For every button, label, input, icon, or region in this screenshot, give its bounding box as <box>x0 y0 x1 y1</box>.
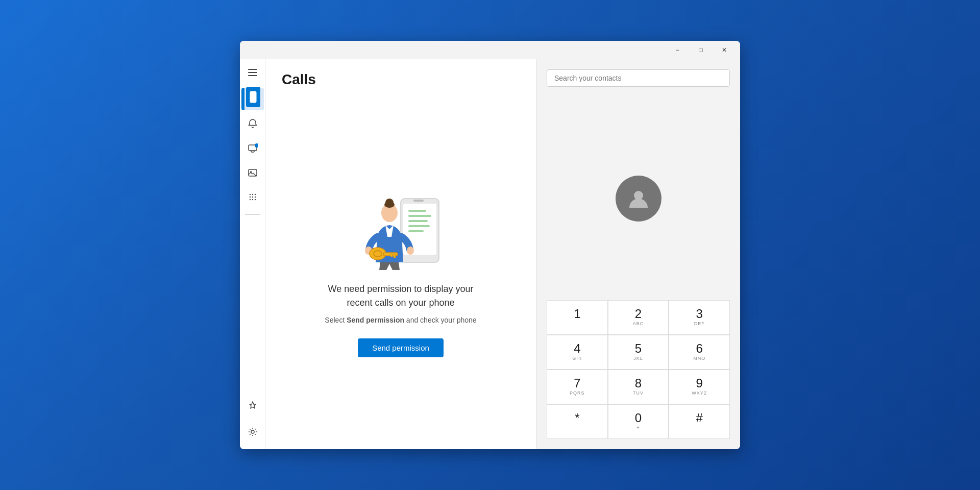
search-input[interactable] <box>547 69 730 87</box>
dial-digit: 8 <box>635 377 642 389</box>
permission-illustration <box>355 188 447 270</box>
svg-rect-21 <box>408 230 424 232</box>
svg-point-27 <box>407 247 414 255</box>
dial-letters: JKL <box>633 356 643 362</box>
app-window: − □ ✕ <box>240 41 740 449</box>
maximize-button[interactable]: □ <box>689 41 713 59</box>
dial-key-2[interactable]: 2ABC <box>608 301 669 334</box>
dialpad-icon <box>248 192 258 202</box>
send-permission-button[interactable]: Send permission <box>358 338 444 357</box>
minimize-button[interactable]: − <box>666 41 689 59</box>
dial-digit: 7 <box>574 377 580 389</box>
sidebar-item-calls[interactable] <box>241 186 264 208</box>
dial-key-6[interactable]: 6MNO <box>669 335 729 369</box>
dial-letters: + <box>636 425 640 431</box>
hamburger-button[interactable] <box>243 63 262 82</box>
dial-letters: PQRS <box>570 390 585 397</box>
dial-key-4[interactable]: 4GHI <box>547 335 607 369</box>
svg-point-10 <box>254 197 255 198</box>
phone-device-icon <box>250 91 257 103</box>
dial-digit: 2 <box>635 308 642 320</box>
dial-letters: WXYZ <box>692 390 707 397</box>
svg-point-5 <box>249 194 250 195</box>
sidebar-bottom <box>241 394 264 449</box>
dialpad: 12ABC3DEF4GHI5JKL6MNO7PQRS8TUV9WXYZ*0+# <box>547 300 730 439</box>
svg-rect-0 <box>250 91 256 103</box>
sidebar-item-pin[interactable] <box>241 394 264 416</box>
svg-point-12 <box>252 199 253 200</box>
pin-icon <box>248 401 257 410</box>
dial-key-5[interactable]: 5JKL <box>608 335 669 369</box>
svg-rect-18 <box>408 215 431 217</box>
sidebar-item-phone[interactable] <box>241 88 264 110</box>
permission-sub-suffix: and check your phone <box>404 316 477 324</box>
dial-digit: # <box>696 412 702 424</box>
calls-header: Calls <box>265 59 536 96</box>
close-button[interactable]: ✕ <box>713 41 736 59</box>
dial-letters: ABC <box>633 321 644 327</box>
svg-rect-32 <box>390 254 393 257</box>
dial-key-8[interactable]: 8TUV <box>608 370 669 404</box>
hamburger-line-3 <box>248 75 257 76</box>
sidebar-item-messages[interactable] <box>241 137 264 159</box>
phone-icon <box>246 87 260 107</box>
person-icon <box>626 186 651 211</box>
dial-key-0[interactable]: 0+ <box>608 405 669 438</box>
hamburger-line-2 <box>248 72 257 73</box>
svg-rect-22 <box>413 200 424 202</box>
sidebar-item-photos[interactable] <box>241 161 264 184</box>
dial-digit: 4 <box>574 342 580 355</box>
dial-key-7[interactable]: 7PQRS <box>547 370 607 404</box>
gear-icon <box>248 427 258 437</box>
svg-rect-31 <box>394 254 396 258</box>
svg-point-7 <box>254 194 255 195</box>
illustration-svg <box>355 188 447 270</box>
svg-point-8 <box>249 197 250 198</box>
dial-key-9[interactable]: 9WXYZ <box>669 370 729 404</box>
window-controls: − □ ✕ <box>666 41 736 59</box>
dial-letters: GHI <box>572 356 582 362</box>
avatar <box>616 176 662 222</box>
dial-letters: DEF <box>694 321 705 327</box>
dial-key-3[interactable]: 3DEF <box>669 301 729 334</box>
page-title: Calls <box>282 71 520 88</box>
sidebar <box>240 59 265 449</box>
dial-key-#[interactable]: # <box>669 405 729 438</box>
sidebar-item-notifications[interactable] <box>241 112 264 135</box>
svg-point-9 <box>252 197 253 198</box>
permission-sub-bold: Send permission <box>347 316 404 324</box>
calls-body: We need permission to display your recen… <box>265 96 536 449</box>
bell-icon <box>248 118 258 129</box>
svg-rect-19 <box>408 220 428 222</box>
dial-digit: 0 <box>635 412 642 424</box>
svg-point-14 <box>251 430 254 433</box>
dial-key-*[interactable]: * <box>547 405 607 438</box>
permission-heading: We need permission to display your recen… <box>319 282 482 310</box>
svg-rect-17 <box>408 210 426 212</box>
dial-digit: 9 <box>696 377 702 389</box>
svg-point-25 <box>384 202 395 208</box>
title-bar: − □ ✕ <box>240 41 740 59</box>
dial-digit: 5 <box>635 342 642 355</box>
photos-icon <box>248 167 258 178</box>
svg-rect-20 <box>408 225 430 227</box>
dial-letters: TUV <box>633 390 644 397</box>
dial-key-1[interactable]: 1 <box>547 301 607 334</box>
svg-point-11 <box>249 199 250 200</box>
dial-letters: MNO <box>693 356 705 362</box>
dial-digit: 3 <box>696 308 702 320</box>
hamburger-line-1 <box>248 69 257 70</box>
chat-icon <box>248 143 258 153</box>
svg-point-2 <box>255 143 258 148</box>
dial-digit: * <box>575 412 579 424</box>
right-panel: 12ABC3DEF4GHI5JKL6MNO7PQRS8TUV9WXYZ*0+# <box>536 59 740 449</box>
sidebar-divider <box>245 214 260 215</box>
svg-point-6 <box>252 194 253 195</box>
main-content: Calls <box>265 59 536 449</box>
svg-point-13 <box>254 199 255 200</box>
avatar-area <box>547 97 730 300</box>
permission-sub: Select Send permission and check your ph… <box>325 316 476 324</box>
sidebar-item-settings[interactable] <box>241 421 264 443</box>
dial-digit: 6 <box>696 342 702 355</box>
app-body: Calls <box>240 59 740 449</box>
